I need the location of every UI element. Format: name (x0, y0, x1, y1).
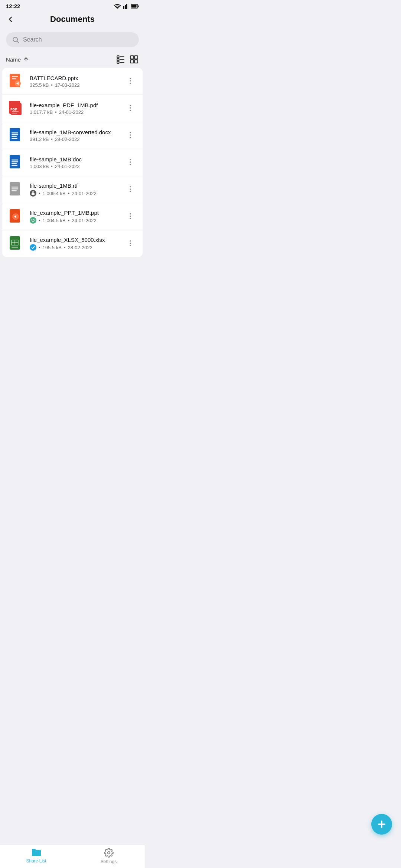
file-icon (8, 181, 25, 198)
svg-point-32 (130, 105, 131, 106)
svg-point-0 (117, 8, 118, 9)
svg-point-63 (130, 218, 131, 219)
file-item: PDF file-example_PDF_1MB.pdf 1,017.7 kB … (2, 95, 143, 122)
svg-rect-12 (117, 59, 119, 60)
lock-badge (30, 190, 36, 197)
svg-rect-2 (125, 5, 126, 9)
battery-icon (131, 4, 139, 9)
svg-point-41 (130, 134, 131, 135)
svg-rect-22 (12, 76, 18, 77)
file-name: file-sample_1MB-converted.docx (30, 129, 124, 135)
svg-point-61 (130, 213, 131, 214)
file-more-button[interactable] (124, 238, 137, 250)
file-more-button[interactable] (124, 75, 137, 88)
svg-point-48 (130, 159, 131, 160)
file-more-button[interactable] (124, 211, 137, 223)
signal-icon (123, 4, 128, 9)
status-time: 12:22 (6, 3, 20, 9)
wifi-icon (114, 4, 121, 9)
search-input[interactable] (23, 36, 133, 43)
svg-rect-46 (12, 163, 17, 164)
page-title: Documents (50, 14, 95, 24)
file-icon: PDF (8, 100, 25, 116)
svg-rect-7 (131, 5, 137, 7)
file-size: 1,004.5 kB (43, 218, 66, 223)
svg-point-49 (130, 161, 131, 162)
svg-point-34 (130, 109, 131, 111)
svg-rect-1 (123, 6, 124, 9)
file-date: 24-01-2022 (72, 218, 97, 223)
top-bar: Documents (0, 11, 145, 29)
file-name: file-sample_1MB.rtf (30, 183, 124, 189)
file-icon (8, 127, 25, 144)
svg-rect-23 (12, 78, 16, 79)
file-info: file_example_XLSX_5000.xlsx • 195.5 kB •… (30, 237, 124, 251)
search-icon (12, 36, 19, 43)
file-item: BATTLECARD.pptx 325.5 kB • 17-03-2022 (2, 68, 143, 95)
svg-text:PDF: PDF (10, 108, 17, 111)
file-item: file-sample_1MB.rtf • 1,009.4 kB • 24-01… (2, 176, 143, 203)
file-date: 24-01-2022 (59, 109, 84, 115)
file-icon (8, 154, 25, 171)
svg-point-33 (130, 107, 131, 108)
file-icon (8, 236, 25, 252)
file-date: 24-01-2022 (55, 164, 80, 169)
grid-view-button[interactable] (129, 55, 139, 64)
svg-rect-3 (126, 4, 127, 9)
svg-rect-19 (130, 60, 134, 63)
svg-rect-68 (12, 247, 18, 248)
svg-point-69 (130, 240, 131, 241)
file-icon (8, 208, 25, 225)
file-name: BATTLECARD.pptx (30, 75, 124, 81)
svg-rect-18 (134, 56, 138, 59)
svg-point-58 (130, 191, 131, 192)
file-more-button[interactable] (124, 129, 137, 142)
file-name: file_example_XLSX_5000.xlsx (30, 237, 124, 243)
file-date: 28-02-2022 (68, 245, 92, 250)
file-name: file_example_PPT_1MB.ppt (30, 210, 124, 216)
file-info: file_example_PPT_1MB.ppt • 1,004.5 kB • … (30, 210, 124, 224)
file-icon (8, 73, 25, 89)
sort-view-icons (116, 55, 139, 64)
file-date: 24-01-2022 (72, 191, 97, 196)
svg-point-40 (130, 132, 131, 133)
svg-rect-37 (12, 134, 18, 135)
file-info: BATTLECARD.pptx 325.5 kB • 17-03-2022 (30, 75, 124, 88)
svg-rect-52 (12, 187, 18, 188)
file-list: BATTLECARD.pptx 325.5 kB • 17-03-2022 PD… (2, 68, 143, 257)
file-size: 1,017.7 kB (30, 109, 53, 115)
svg-point-70 (130, 243, 131, 244)
file-size: 195.5 kB (43, 245, 62, 250)
svg-rect-53 (12, 188, 18, 190)
svg-rect-6 (138, 5, 139, 7)
svg-rect-45 (12, 161, 18, 162)
file-more-button[interactable] (124, 102, 137, 115)
svg-point-56 (130, 186, 131, 187)
svg-point-71 (130, 245, 131, 246)
svg-point-42 (130, 137, 131, 138)
file-item: file-sample_1MB.doc 1,003 kB • 24-01-202… (2, 149, 143, 176)
sort-bar: Name (0, 52, 145, 68)
file-date: 17-03-2022 (55, 82, 80, 88)
file-more-button[interactable] (124, 184, 137, 196)
svg-rect-36 (12, 132, 18, 134)
search-container (0, 29, 145, 52)
status-bar: 12:22 (0, 0, 145, 11)
svg-rect-55 (32, 193, 35, 195)
file-item: file_example_PPT_1MB.ppt • 1,004.5 kB • … (2, 203, 143, 230)
file-size: 1,009.4 kB (43, 191, 66, 196)
svg-point-57 (130, 188, 131, 190)
file-info: file-example_PDF_1MB.pdf 1,017.7 kB • 24… (30, 102, 124, 115)
status-icons (114, 4, 139, 9)
back-button[interactable] (6, 15, 15, 24)
svg-rect-11 (117, 56, 119, 57)
sort-label: Name (6, 56, 29, 63)
svg-rect-39 (12, 138, 17, 139)
svg-line-9 (17, 41, 19, 43)
svg-point-26 (130, 80, 131, 81)
list-view-button[interactable] (116, 55, 125, 64)
svg-rect-54 (12, 190, 17, 191)
file-name: file-sample_1MB.doc (30, 156, 124, 162)
file-more-button[interactable] (124, 157, 137, 169)
check-badge (30, 244, 36, 251)
